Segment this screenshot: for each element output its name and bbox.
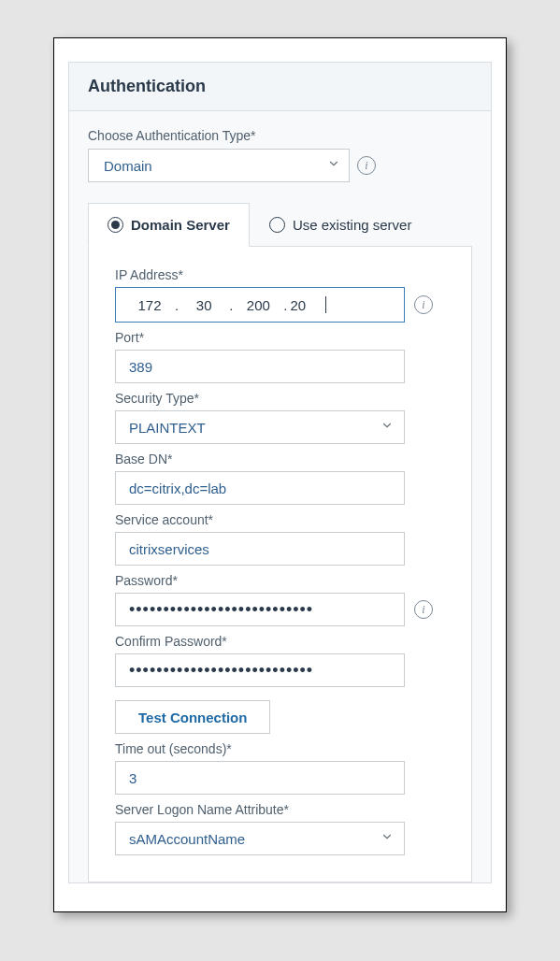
security-type-label: Security Type* [115, 391, 445, 406]
tab-domain-server[interactable]: Domain Server [88, 203, 250, 247]
base-dn-input[interactable] [115, 471, 405, 505]
tab-use-existing-server[interactable]: Use existing server [250, 203, 432, 246]
password-label: Password* [115, 573, 445, 588]
authentication-panel: Authentication Choose Authentication Typ… [53, 37, 507, 912]
ip-dot: . [280, 297, 290, 313]
info-icon[interactable]: i [414, 295, 433, 314]
radio-icon [108, 217, 123, 233]
password-input[interactable]: ••••••••••••••••••••••••••• [115, 593, 405, 626]
test-connection-button[interactable]: Test Connection [115, 700, 270, 734]
security-type-value: PLAINTEXT [129, 420, 206, 436]
timeout-label: Time out (seconds)* [115, 741, 445, 756]
ip-address-label: IP Address* [115, 267, 445, 282]
port-label: Port* [115, 330, 445, 345]
ip-octet-3[interactable] [236, 297, 280, 313]
tab-domain-server-label: Domain Server [131, 217, 230, 233]
ip-octet-4[interactable] [291, 297, 328, 313]
section-body: Choose Authentication Type* Domain i Dom… [68, 110, 492, 883]
logon-attr-value: sAMAccountName [129, 831, 245, 847]
ip-dot: . [172, 297, 181, 313]
confirm-password-input[interactable]: ••••••••••••••••••••••••••• [115, 653, 405, 687]
domain-server-form: IP Address* . . . i [88, 247, 472, 882]
timeout-input[interactable] [115, 761, 405, 795]
tab-use-existing-label: Use existing server [293, 217, 412, 233]
section-title: Authentication [68, 62, 492, 110]
confirm-password-mask: ••••••••••••••••••••••••••• [129, 661, 313, 681]
logon-attr-select[interactable]: sAMAccountName [115, 822, 405, 855]
confirm-password-label: Confirm Password* [115, 634, 445, 649]
service-account-input[interactable] [115, 532, 405, 566]
ip-dot: . [226, 297, 236, 313]
auth-type-value: Domain [104, 158, 152, 174]
logon-attr-label: Server Logon Name Attribute* [115, 802, 445, 817]
radio-icon [269, 217, 285, 233]
server-tabs: Domain Server Use existing server [88, 203, 472, 247]
service-account-label: Service account* [115, 512, 445, 527]
ip-octet-2[interactable] [181, 297, 226, 313]
ip-address-input[interactable]: . . . [115, 287, 405, 323]
info-icon[interactable]: i [357, 156, 376, 175]
security-type-select[interactable]: PLAINTEXT [115, 410, 405, 444]
auth-type-select[interactable]: Domain [88, 149, 350, 182]
auth-type-label: Choose Authentication Type* [88, 128, 472, 143]
password-mask: ••••••••••••••••••••••••••• [129, 600, 313, 620]
text-cursor [325, 296, 326, 313]
port-input[interactable] [115, 350, 405, 383]
ip-octet-1[interactable] [127, 297, 172, 313]
base-dn-label: Base DN* [115, 452, 445, 466]
info-icon[interactable]: i [414, 600, 433, 619]
